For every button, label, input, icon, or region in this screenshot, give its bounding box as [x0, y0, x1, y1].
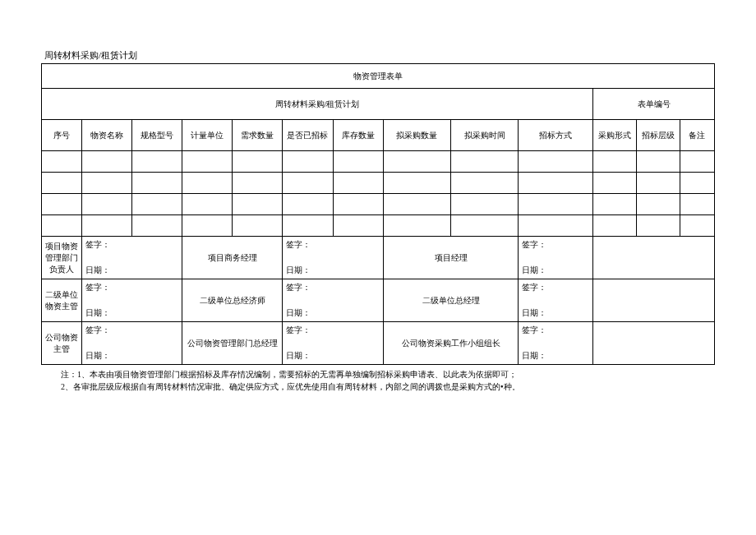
col-purchase-form: 采购形式	[593, 120, 637, 151]
sig-r1c-sign: 签字：	[519, 237, 593, 258]
col-tendered: 是否已招标	[283, 120, 333, 151]
sig-r2c-date: 日期：	[519, 301, 593, 322]
sig-r2c-sign: 签字：	[519, 279, 593, 301]
sig-r1c-date: 日期：	[519, 258, 593, 279]
sig-r3a-date: 日期：	[81, 344, 182, 365]
sig-r2a-role: 二级单位物资主管	[42, 279, 82, 322]
col-unit: 计量单位	[182, 120, 232, 151]
col-stock-qty: 库存数量	[333, 120, 383, 151]
data-row	[42, 194, 715, 215]
sig-r3b-role: 公司物资管理部门总经理	[182, 322, 282, 365]
sig-row-3: 公司物资主管 签字： 公司物资管理部门总经理 签字： 公司物资采购工作小组组长 …	[42, 322, 715, 344]
col-remark: 备注	[680, 120, 714, 151]
sig-r2b-role: 二级单位总经济师	[182, 279, 282, 322]
col-tender-level: 招标层级	[636, 120, 680, 151]
sig-r2b-date: 日期：	[283, 301, 383, 322]
sig-r3c-date: 日期：	[519, 344, 593, 365]
data-row	[42, 151, 715, 173]
col-demand-qty: 需求数量	[233, 120, 283, 151]
note-line1: 1、本表由项目物资管理部门根据招标及库存情况编制，需要招标的无需再单独编制招标采…	[77, 370, 517, 379]
data-row	[42, 215, 715, 237]
sig-r1-blank	[593, 237, 715, 279]
main-table: 物资管理表单 周转材料采购/租赁计划 表单编号 序号 物资名称 规格型号 计量单…	[41, 63, 715, 365]
col-spec: 规格型号	[131, 120, 182, 151]
sig-r3-blank	[593, 322, 715, 365]
document-title: 周转材料采购/租赁计划	[41, 49, 715, 62]
sig-r1a-role: 项目物资管理部门负责人	[42, 237, 82, 279]
sig-r2-blank	[593, 279, 715, 322]
col-material-name: 物资名称	[81, 120, 131, 151]
sig-row-2: 二级单位物资主管 签字： 二级单位总经济师 签字： 二级单位总经理 签字：	[42, 279, 715, 301]
sig-r2a-sign: 签字：	[81, 279, 182, 301]
col-tender-method: 招标方式	[519, 120, 593, 151]
footnotes: 注：1、本表由项目物资管理部门根据招标及库存情况编制，需要招标的无需再单独编制招…	[41, 365, 715, 393]
sig-r1a-date: 日期：	[81, 258, 182, 279]
sig-r2b-sign: 签字：	[283, 279, 383, 301]
sig-r3b-date: 日期：	[283, 344, 383, 365]
sig-r1a-sign: 签字：	[81, 237, 182, 258]
sig-r1b-date: 日期：	[283, 258, 383, 279]
sig-r2c-role: 二级单位总经理	[383, 279, 519, 322]
sig-r3c-sign: 签字：	[519, 322, 593, 344]
sig-r3b-sign: 签字：	[283, 322, 383, 344]
sig-r1c-role: 项目经理	[383, 237, 519, 279]
form-number-label: 表单编号	[593, 89, 715, 120]
sig-r3a-sign: 签字：	[81, 322, 182, 344]
column-header-row: 序号 物资名称 规格型号 计量单位 需求数量 是否已招标 库存数量 拟采购数量 …	[42, 120, 715, 151]
data-row	[42, 173, 715, 194]
hdr-title1: 物资管理表单	[42, 64, 715, 89]
hdr-title2: 周转材料采购/租赁计划	[42, 89, 593, 120]
sig-r3a-role: 公司物资主管	[42, 322, 82, 365]
note-prefix: 注：	[61, 370, 77, 379]
sig-r1b-role: 项目商务经理	[182, 237, 282, 279]
note-line2: 2、各审批层级应根据自有周转材料情况审批、确定供应方式，应优先使用自有周转材料，…	[61, 382, 520, 391]
col-plan-buy-qty: 拟采购数量	[383, 120, 450, 151]
col-plan-buy-time: 拟采购时间	[451, 120, 519, 151]
sig-r2a-date: 日期：	[81, 301, 182, 322]
sig-row-1: 项目物资管理部门负责人 签字： 项目商务经理 签字： 项目经理 签字：	[42, 237, 715, 258]
col-seq: 序号	[42, 120, 82, 151]
sig-r3c-role: 公司物资采购工作小组组长	[383, 322, 519, 365]
sig-r1b-sign: 签字：	[283, 237, 383, 258]
